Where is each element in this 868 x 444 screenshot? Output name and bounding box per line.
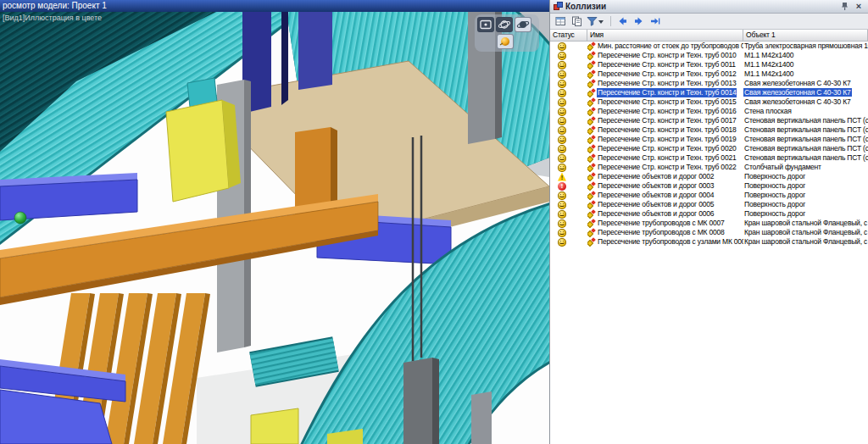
- collision-object: Поверхность дорог: [743, 191, 806, 199]
- collision-object: Стеновая вертикальная панель ПСТ (серая): [743, 153, 868, 162]
- collision-object: Столбчатый фундамент: [743, 163, 822, 171]
- status-icon: [558, 182, 566, 191]
- toolbar-separator: [610, 16, 611, 26]
- table-row[interactable]: Пересечение Стр. констр и Техн. труб 001…: [550, 88, 868, 97]
- collision-object: Свая железобетонная С 40-30 К7: [743, 79, 852, 87]
- table-row[interactable]: Пересечение Стр. констр и Техн. труб 002…: [550, 144, 868, 153]
- full-navigation-icon: [478, 18, 493, 31]
- clash-icon: [587, 117, 595, 125]
- column-header-name[interactable]: Имя: [587, 30, 743, 42]
- status-icon: [558, 173, 566, 181]
- clash-icon: [587, 201, 595, 209]
- table-row[interactable]: Пересечение объектов и дорог 0003 Поверх…: [550, 181, 868, 191]
- clash-icon: [587, 219, 595, 228]
- collision-name: Пересечение объектов и дорог 0003: [597, 181, 715, 191]
- collision-name: Пересечение Стр. констр и Техн. труб 002…: [597, 153, 737, 163]
- status-icon: [558, 201, 566, 209]
- collision-name: Пересечение Стр. констр и Техн. труб 001…: [597, 97, 737, 107]
- collision-name: Пересечение Стр. констр и Техн. труб 002…: [597, 163, 737, 172]
- copy-button[interactable]: [569, 14, 584, 28]
- table-row[interactable]: Пересечение Стр. констр и Техн. труб 001…: [550, 51, 868, 60]
- collision-table-body: Мин. расстояние от стоек до трубопроводо…: [550, 42, 868, 247]
- forward-button[interactable]: [631, 14, 646, 28]
- status-icon: [558, 219, 566, 228]
- collision-name: Пересечение Стр. констр и Техн. труб 001…: [597, 51, 737, 60]
- clash-icon: [587, 70, 595, 79]
- table-row[interactable]: Пересечение объектов и дорог 0002 Поверх…: [550, 172, 868, 181]
- clash-icon: [587, 229, 595, 237]
- close-icon[interactable]: ×: [853, 1, 865, 12]
- forward-arrow-icon: [633, 16, 644, 26]
- status-icon: [558, 42, 566, 51]
- status-icon: [558, 89, 566, 97]
- pin-icon[interactable]: [838, 1, 850, 12]
- steering-wheel-icon: [515, 18, 531, 31]
- collision-object: М1.1 М42х1400: [743, 60, 794, 69]
- full-navigation-button[interactable]: [477, 17, 494, 32]
- report-button[interactable]: [553, 14, 568, 28]
- application-window: росмотр модели: Проект 1: [0, 0, 868, 444]
- collision-name: Пересечение Стр. констр и Техн. труб 001…: [597, 88, 737, 97]
- column-header-object1[interactable]: Объект 1: [743, 30, 868, 42]
- clash-icon: [587, 126, 595, 135]
- pipe-segment-small[interactable]: [253, 354, 336, 369]
- orbit-button[interactable]: [496, 17, 513, 32]
- viewport-nav-toolbar: [475, 14, 539, 52]
- table-row[interactable]: Пересечение Стр. констр и Техн. труб 001…: [550, 69, 868, 79]
- collision-name: Пересечение трубопроводов с МК 0007: [597, 219, 726, 228]
- collision-name: Пересечение объектов и дорог 0002: [597, 172, 715, 181]
- clash-icon: [587, 52, 595, 60]
- table-row[interactable]: Пересечение Стр. констр и Техн. труб 001…: [550, 125, 868, 135]
- steering-wheel-button[interactable]: [515, 17, 531, 32]
- gray-pole[interactable]: [471, 391, 492, 444]
- table-row[interactable]: Пересечение объектов и дорог 0004 Поверх…: [550, 191, 868, 200]
- collision-object: Поверхность дорог: [743, 172, 806, 180]
- status-icon: [558, 52, 566, 60]
- collision-name: Пересечение Стр. констр и Техн. труб 002…: [597, 144, 737, 153]
- orbit-icon: [497, 18, 512, 31]
- back-button[interactable]: [615, 14, 630, 28]
- collision-name: Пересечение Стр. констр и Техн. труб 001…: [597, 135, 737, 144]
- model-view-window: росмотр модели: Проект 1: [0, 0, 549, 444]
- status-icon: [558, 70, 566, 79]
- table-row[interactable]: Пересечение Стр. констр и Техн. труб 001…: [550, 107, 868, 116]
- filter-button[interactable]: [585, 14, 607, 28]
- table-row[interactable]: Пересечение Стр. констр и Техн. труб 001…: [550, 135, 868, 144]
- clash-icon: [587, 191, 595, 200]
- table-row[interactable]: Пересечение Стр. констр и Техн. труб 002…: [550, 153, 868, 163]
- back-arrow-icon: [617, 16, 628, 26]
- go-to-arrow-icon: [649, 16, 660, 26]
- table-row[interactable]: Пересечение объектов и дорог 0005 Поверх…: [550, 200, 868, 209]
- clash-icon: [587, 238, 595, 247]
- report-icon: [555, 16, 566, 26]
- table-row[interactable]: Пересечение трубопроводов с МК 0008 Кран…: [550, 228, 868, 237]
- collisions-toolbar: [550, 14, 868, 30]
- collisions-panel: Коллизии ×: [549, 0, 868, 444]
- collision-table-header: Статус Имя Объект 1: [550, 30, 868, 42]
- table-row[interactable]: Мин. расстояние от стоек до трубопроводо…: [550, 42, 868, 51]
- collisions-panel-titlebar: Коллизии ×: [550, 0, 868, 14]
- collision-object: М1.1 М42х1400: [743, 51, 794, 59]
- table-row[interactable]: Пересечение объектов и дорог 0006 Поверх…: [550, 209, 868, 219]
- table-row[interactable]: Пересечение Стр. констр и Техн. труб 001…: [550, 79, 868, 88]
- column-header-status[interactable]: Статус: [550, 30, 587, 42]
- table-row[interactable]: Пересечение Стр. констр и Техн. труб 001…: [550, 97, 868, 107]
- table-row[interactable]: Пересечение Стр. констр и Техн. труб 001…: [550, 116, 868, 125]
- table-row[interactable]: Пересечение трубопроводов с МК 0007 Кран…: [550, 219, 868, 228]
- collision-object: Стеновая вертикальная панель ПСТ (серая): [743, 144, 868, 153]
- go-to-button[interactable]: [647, 14, 662, 28]
- status-icon: [558, 98, 566, 107]
- green-sphere-marker[interactable]: [14, 212, 26, 224]
- clash-icon: [587, 182, 595, 191]
- table-row[interactable]: Пересечение Стр. констр и Техн. труб 001…: [550, 60, 868, 69]
- clash-icon: [587, 164, 595, 172]
- dark-post[interactable]: [403, 358, 439, 444]
- status-icon: [558, 154, 566, 163]
- table-row[interactable]: Пересечение Стр. констр и Техн. труб 002…: [550, 163, 868, 172]
- table-row[interactable]: Пересечение трубопроводов с узлами МК 00…: [550, 237, 868, 247]
- viewport-3d[interactable]: [Вид1]Иллюстрация в цвете: [0, 12, 549, 444]
- collision-object: Стеновая вертикальная панель ПСТ (серая): [743, 116, 868, 125]
- render-mode-button[interactable]: [497, 34, 514, 49]
- status-icon: [558, 108, 566, 116]
- collision-table: Статус Имя Объект 1 Мин. расстояние от с…: [550, 30, 868, 444]
